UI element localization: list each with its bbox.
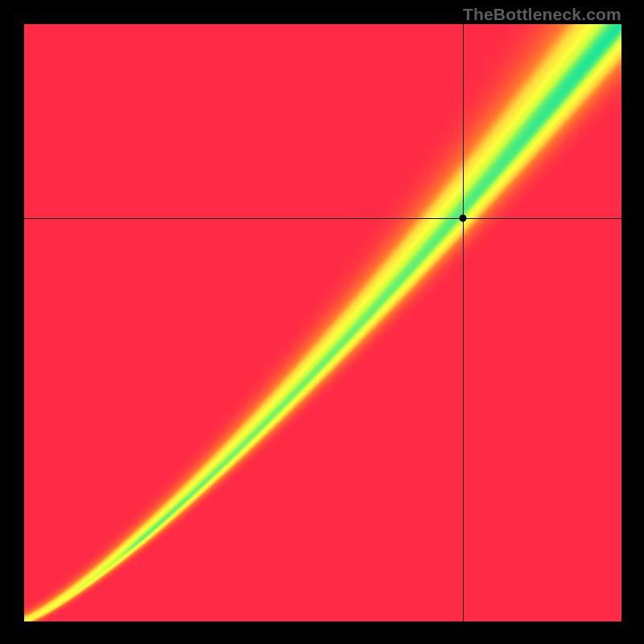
crosshair-vertical [463,24,464,621]
bottleneck-heatmap [24,24,621,621]
chart-frame: TheBottleneck.com [0,0,644,644]
crosshair-horizontal [24,218,621,219]
selection-marker [460,215,467,222]
watermark-text: TheBottleneck.com [463,5,621,24]
